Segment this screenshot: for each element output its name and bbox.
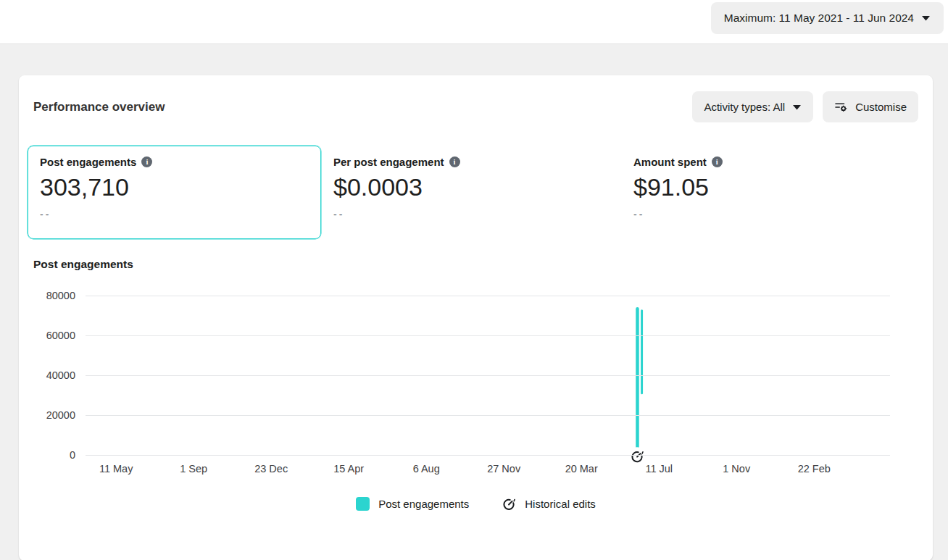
metric-value: 303,710 [40,173,309,201]
gridline [86,415,890,416]
metric-card-amount-spent[interactable]: Amount spent i $91.05 -- [621,146,918,239]
metric-comparison: -- [40,209,309,220]
x-axis: 11 May1 Sep23 Dec15 Apr6 Aug27 Nov20 Mar… [86,455,890,481]
chevron-down-icon [792,104,802,110]
date-range-dropdown[interactable]: Maximum: 11 May 2021 - 11 Jun 2024 [711,2,944,34]
post-engagements-swatch [356,497,370,511]
top-bar: Maximum: 11 May 2021 - 11 Jun 2024 [0,0,948,43]
metric-label: Post engagements [40,156,136,168]
info-icon[interactable]: i [712,156,723,167]
activity-types-dropdown[interactable]: Activity types: All [692,91,813,122]
metric-value: $0.0003 [333,173,609,201]
metric-comparison: -- [333,209,609,220]
metric-cards-row: Post engagements i 303,710 -- Per post e… [28,146,918,239]
panel-title: Performance overview [33,100,165,114]
date-range-label: Maximum: 11 May 2021 - 11 Jun 2024 [724,12,914,25]
customise-button[interactable]: Customise [823,91,918,122]
performance-overview-card: Performance overview Activity types: All… [19,75,933,560]
plot-area: 020000400006000080000 [86,296,890,455]
x-axis-label: 22 Feb [798,463,831,475]
x-axis-label: 15 Apr [333,463,364,475]
chevron-down-icon [921,15,931,21]
customise-settings-icon [834,100,848,114]
metric-comparison: -- [633,209,906,220]
y-axis-label: 40000 [46,369,75,381]
info-icon[interactable]: i [449,156,460,167]
x-axis-label: 20 Mar [565,463,598,475]
page-background: Performance overview Activity types: All… [0,43,948,560]
customise-label: Customise [855,101,907,113]
x-axis-label: 1 Sep [180,463,207,475]
x-axis-label: 1 Nov [723,463,750,475]
y-axis-label: 20000 [46,409,75,421]
x-axis-label: 6 Aug [413,463,440,475]
historical-edits-icon [502,497,516,511]
x-axis-label: 11 May [99,463,133,475]
metric-label: Per post engagement [333,156,444,168]
legend-label: Post engagements [378,498,469,510]
activity-types-label: Activity types: All [704,101,785,113]
x-axis-label: 23 Dec [254,463,288,475]
legend-label: Historical edits [525,498,596,510]
metric-card-post-engagements[interactable]: Post engagements i 303,710 -- [28,146,321,239]
legend-item-historical-edits[interactable]: Historical edits [502,497,596,511]
legend-item-post-engagements[interactable]: Post engagements [356,497,469,511]
chart-title: Post engagements [33,258,918,271]
x-axis-label: 27 Nov [487,463,520,475]
y-axis-label: 80000 [46,290,75,301]
gridline [86,296,890,296]
metric-label: Amount spent [633,156,707,168]
gridline [86,375,890,376]
y-axis-label: 60000 [46,330,75,341]
metric-value: $91.05 [633,173,906,201]
chart-legend: Post engagements Historical edits [33,497,918,511]
info-icon[interactable]: i [141,156,152,167]
x-axis-label: 11 Jul [645,463,673,475]
y-axis-label: 0 [70,449,75,461]
gridline [86,335,890,336]
metric-card-per-post-engagement[interactable]: Per post engagement i $0.0003 -- [321,146,621,239]
